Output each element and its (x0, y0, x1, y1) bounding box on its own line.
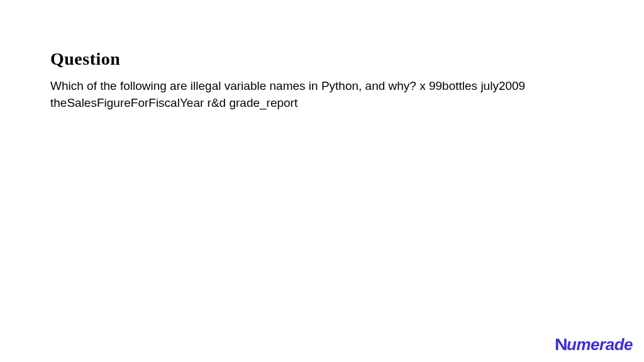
brand-logo: Numerade (555, 335, 633, 354)
question-container: Question Which of the following are ille… (0, 0, 644, 111)
question-body: Which of the following are illegal varia… (50, 78, 591, 111)
brand-text: umerade (567, 335, 633, 354)
question-heading: Question (50, 49, 594, 69)
